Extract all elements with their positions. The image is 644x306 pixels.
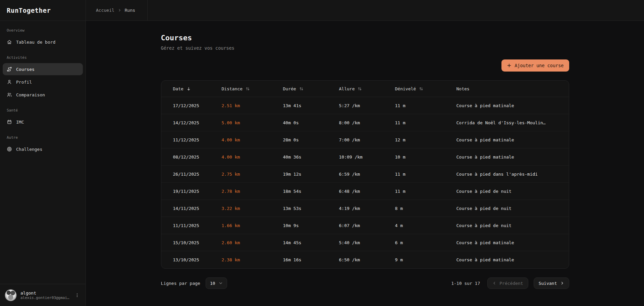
table-row[interactable]: 17/12/2025 2.51 km 13m 41s 5:27 /km 11 m… (161, 97, 569, 114)
calendar-icon (7, 119, 12, 125)
cell-notes: Course à pied dans l'après-midi (457, 172, 564, 177)
cell-pace: 5:40 /km (339, 240, 395, 245)
column-label: Durée (283, 86, 296, 91)
table-row[interactable]: 14/11/2025 3.22 km 13m 53s 4:19 /km 8 m … (161, 200, 569, 217)
column-header-date[interactable]: Date (173, 86, 222, 91)
column-label: Date (173, 86, 183, 91)
table-row[interactable]: 15/10/2025 2.60 km 14m 45s 5:40 /km 6 m … (161, 234, 569, 251)
table-row[interactable]: 11/12/2025 4.00 km 28m 0s 7:00 /km 12 m … (161, 131, 569, 148)
column-header-distance[interactable]: Distance (222, 86, 283, 91)
cell-date: 17/12/2025 (173, 103, 222, 108)
cell-date: 26/11/2025 (173, 172, 222, 177)
cell-distance: 2.60 km (222, 240, 283, 245)
table-row[interactable]: 26/11/2025 2.75 km 19m 12s 6:59 /km 11 m… (161, 166, 569, 183)
user-panel[interactable]: algont alexis.gontier03@gmail.… (0, 284, 86, 306)
breadcrumb: Accueil Runs (86, 0, 148, 20)
topbar: RunTogether Accueil Runs (0, 0, 644, 21)
sidebar-item-tableau-de-bord[interactable]: Tableau de bord (3, 36, 83, 48)
table-row[interactable]: 11/11/2025 1.66 km 10m 9s 6:07 /km 4 m C… (161, 217, 569, 234)
pagination-range: 1-10 sur 17 (451, 281, 480, 286)
cell-distance: 4.00 km (222, 155, 283, 160)
cell-date: 14/11/2025 (173, 206, 222, 211)
cell-pace: 6:48 /km (339, 189, 395, 194)
section-label: Santé (3, 108, 83, 113)
app-title: RunTogether (7, 7, 51, 14)
next-page-button[interactable]: Suivant (534, 277, 569, 289)
sidebar: Overview Tableau de bord Activités Cours… (0, 21, 86, 306)
cell-elevation: 11 m (395, 103, 457, 108)
rows-per-page-select[interactable]: 10 (206, 277, 227, 289)
cell-duration: 14m 45s (283, 240, 339, 245)
column-header-notes: Notes (457, 86, 564, 91)
app-logo[interactable]: RunTogether (0, 0, 86, 20)
cell-duration: 18m 54s (283, 189, 339, 194)
table-row[interactable]: 13/10/2025 2.38 km 16m 16s 6:50 /km 9 m … (161, 251, 569, 268)
sidebar-item-label: Tableau de bord (16, 40, 55, 45)
cell-date: 11/12/2025 (173, 137, 222, 142)
sidebar-item-label: Comparaison (16, 92, 45, 97)
cell-distance: 3.22 km (222, 206, 283, 211)
sidebar-item-courses[interactable]: Courses (3, 63, 83, 75)
page-subtitle: Gérez et suivez vos courses (161, 45, 569, 51)
cell-date: 19/11/2025 (173, 189, 222, 194)
column-label: Distance (222, 86, 243, 91)
page-title: Courses (161, 34, 569, 42)
sort-both-icon (358, 87, 362, 91)
sidebar-item-profil[interactable]: Profil (3, 76, 83, 88)
cell-notes: Course à pied de nuit (457, 223, 564, 228)
cell-date: 11/11/2025 (173, 223, 222, 228)
cell-notes: Course à pied matinale (457, 137, 564, 142)
sort-desc-icon (186, 87, 191, 91)
cell-elevation: 11 m (395, 120, 457, 125)
user-meta: algont alexis.gontier03@gmail.… (20, 291, 70, 300)
cell-date: 08/12/2025 (173, 155, 222, 160)
column-label: Allure (339, 86, 355, 91)
kebab-menu-icon[interactable] (73, 292, 81, 299)
table-header-row: Date Distance Durée (161, 81, 569, 97)
chevron-down-icon (219, 281, 223, 285)
cell-pace: 8:00 /km (339, 120, 395, 125)
column-header-elevation[interactable]: Dénivelé (395, 86, 457, 91)
section-label: Activités (3, 55, 83, 60)
sidebar-item-comparaison[interactable]: Comparaison (3, 89, 83, 101)
previous-page-label: Précédent (499, 281, 523, 286)
table-footer: Lignes par page 10 1-10 sur 17 Pr (161, 277, 569, 289)
chevron-right-icon (560, 281, 564, 285)
table-row[interactable]: 08/12/2025 4.00 km 40m 36s 10:09 /km 10 … (161, 148, 569, 166)
table-row[interactable]: 19/11/2025 2.78 km 18m 54s 6:48 /km 11 m… (161, 183, 569, 200)
sidebar-nav: Overview Tableau de bord Activités Cours… (0, 21, 86, 284)
next-page-label: Suivant (539, 281, 557, 286)
sidebar-section-autre: Autre Challenges (3, 135, 83, 155)
cell-distance: 4.00 km (222, 137, 283, 142)
target-icon (7, 146, 12, 152)
sidebar-item-challenges[interactable]: Challenges (3, 143, 83, 155)
cell-distance: 2.38 km (222, 257, 283, 262)
breadcrumb-current: Runs (125, 8, 135, 13)
cell-notes: Course à pied matinale (457, 257, 564, 262)
sidebar-item-imc[interactable]: IMC (3, 116, 83, 128)
cell-elevation: 8 m (395, 206, 457, 211)
cell-date: 13/10/2025 (173, 257, 222, 262)
column-label: Notes (457, 86, 470, 91)
table-row[interactable]: 14/12/2025 5.00 km 40m 0s 8:00 /km 11 m … (161, 114, 569, 131)
cell-pace: 4:19 /km (339, 206, 395, 211)
sidebar-item-label: IMC (16, 120, 24, 125)
column-header-pace[interactable]: Allure (339, 86, 395, 91)
breadcrumb-home-link[interactable]: Accueil (96, 8, 114, 13)
user-email: alexis.gontier03@gmail.… (20, 296, 70, 300)
cell-distance: 1.66 km (222, 223, 283, 228)
sidebar-section-overview: Overview Tableau de bord (3, 28, 83, 48)
cell-date: 14/12/2025 (173, 120, 222, 125)
cell-duration: 40m 0s (283, 120, 339, 125)
column-header-duration[interactable]: Durée (283, 86, 339, 91)
sidebar-item-label: Challenges (16, 147, 42, 152)
rows-per-page-label: Lignes par page (161, 281, 200, 286)
add-run-button-label: Ajouter une course (515, 63, 564, 68)
previous-page-button[interactable]: Précédent (487, 277, 528, 289)
cell-pace: 7:00 /km (339, 137, 395, 142)
column-label: Dénivelé (395, 86, 416, 91)
cell-duration: 13m 41s (283, 103, 339, 108)
add-run-button[interactable]: Ajouter une course (501, 59, 569, 72)
cell-pace: 6:07 /km (339, 223, 395, 228)
cell-notes: Course à pied de nuit (457, 189, 564, 194)
